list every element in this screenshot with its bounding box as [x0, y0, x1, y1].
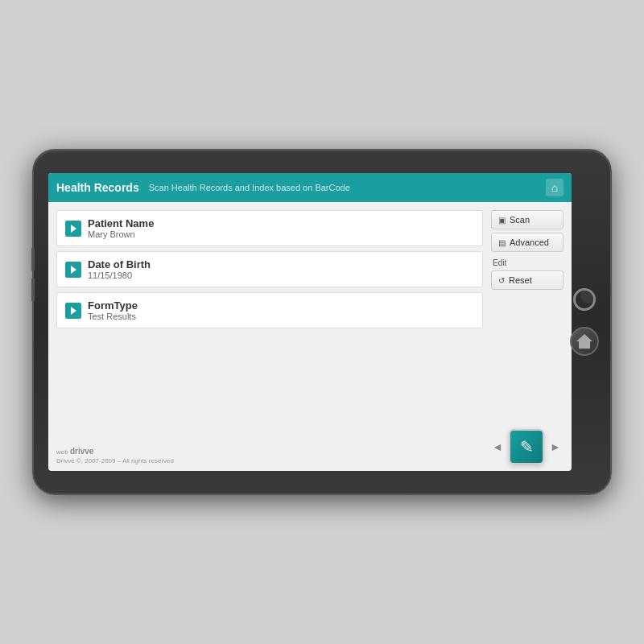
scan-thumbnail[interactable]: ✎: [509, 429, 544, 464]
field-text-formtype: FormType Test Results: [88, 299, 138, 321]
arrow-icon: [71, 266, 76, 274]
app-subtitle: Scan Health Records and Index based on B…: [149, 183, 546, 192]
field-text-dob: Date of Birth 11/15/1980: [88, 258, 151, 280]
field-icon-formtype: [65, 303, 81, 319]
house-roof-icon: [576, 334, 592, 341]
scan-icon: ▣: [498, 216, 506, 225]
home-button-inner: [576, 334, 592, 349]
field-value-dob: 11/15/1980: [88, 270, 151, 280]
reset-button-label: Reset: [509, 275, 532, 285]
house-body-icon: [579, 341, 590, 349]
field-text-patient-name: Patient Name Mary Brown: [88, 217, 154, 239]
right-panel: ▣ Scan ▤ Advanced Edit ↺ Reset: [491, 210, 564, 421]
field-item-patient-name[interactable]: Patient Name Mary Brown: [56, 210, 483, 246]
scan-button[interactable]: ▣ Scan: [491, 210, 564, 229]
next-arrow-icon: ►: [550, 440, 561, 453]
reset-button[interactable]: ↺ Reset: [491, 270, 564, 290]
tablet-device: Health Records Scan Health Records and I…: [32, 149, 612, 495]
field-value-formtype: Test Results: [88, 312, 138, 321]
home-icon: ⌂: [551, 181, 558, 194]
field-item-dob[interactable]: Date of Birth 11/15/1980: [56, 251, 483, 287]
screen: Health Records Scan Health Records and I…: [48, 173, 572, 471]
scan-button-label: Scan: [510, 215, 530, 225]
field-icon-patient-name: [65, 221, 81, 237]
arrow-icon: [71, 307, 76, 315]
field-label-patient-name: Patient Name: [88, 217, 154, 229]
brand-prefix: web: [56, 448, 70, 456]
scan-thumb-icon: ✎: [520, 437, 534, 456]
nav-next-button[interactable]: ►: [547, 439, 564, 455]
app-title: Health Records: [56, 181, 139, 194]
footer-area: web drivve Drivve ©, 2007-2009 – All rig…: [48, 429, 572, 471]
field-label-dob: Date of Birth: [88, 258, 151, 270]
main-content: Patient Name Mary Brown Date of Birth 11…: [48, 202, 572, 429]
brand-name: drivve: [70, 447, 93, 456]
fields-list: Patient Name Mary Brown Date of Birth 11…: [56, 210, 483, 421]
field-label-formtype: FormType: [88, 299, 138, 312]
edit-section-label: Edit: [491, 258, 564, 267]
field-value-patient-name: Mary Brown: [88, 229, 154, 239]
arrow-icon: [71, 225, 76, 233]
branding: web drivve Drivve ©, 2007-2009 – All rig…: [56, 443, 174, 464]
header-bar: Health Records Scan Health Records and I…: [48, 173, 572, 202]
nav-controls: ◄ ✎ ►: [489, 429, 564, 464]
brand-copyright: Drivve ©, 2007-2009 – All rights reserve…: [56, 457, 174, 464]
advanced-icon: ▤: [498, 238, 506, 247]
moon-icon[interactable]: [573, 288, 596, 311]
hardware-home-button[interactable]: [570, 327, 599, 356]
advanced-button-label: Advanced: [510, 237, 549, 247]
nav-prev-button[interactable]: ◄: [489, 439, 506, 455]
reset-icon: ↺: [498, 276, 505, 285]
prev-arrow-icon: ◄: [492, 440, 503, 453]
right-side-icons: [570, 288, 599, 356]
field-item-formtype[interactable]: FormType Test Results: [56, 292, 483, 328]
advanced-button[interactable]: ▤ Advanced: [491, 233, 564, 252]
side-button-2: [31, 278, 35, 302]
side-buttons: [31, 247, 35, 302]
side-button-1: [31, 247, 35, 271]
field-icon-dob: [65, 262, 81, 278]
header-home-button[interactable]: ⌂: [546, 179, 564, 196]
